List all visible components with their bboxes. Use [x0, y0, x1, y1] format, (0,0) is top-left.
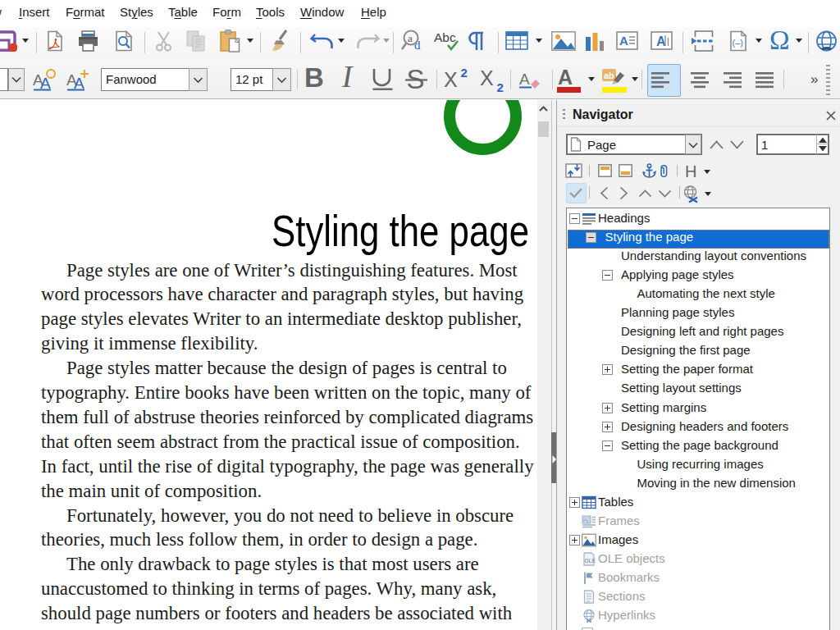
svg-text:(–): (–) — [733, 38, 743, 48]
svg-text:X: X — [480, 66, 494, 89]
svg-text:2: 2 — [497, 80, 504, 93]
svg-text:d: d — [414, 39, 421, 52]
svg-text:X: X — [444, 68, 458, 91]
svg-text:OLE: OLE — [585, 558, 596, 564]
svg-text:A: A — [74, 75, 84, 91]
svg-text:A: A — [558, 67, 573, 89]
svg-text:ab: ab — [604, 71, 614, 80]
svg-text:Ω: Ω — [769, 29, 790, 52]
svg-text:a: a — [408, 32, 413, 44]
svg-text:A: A — [656, 34, 666, 48]
svg-text:A: A — [519, 71, 530, 88]
svg-text:2: 2 — [461, 66, 468, 80]
svg-text:Abc: Abc — [434, 30, 456, 44]
svg-text:A: A — [619, 34, 628, 48]
